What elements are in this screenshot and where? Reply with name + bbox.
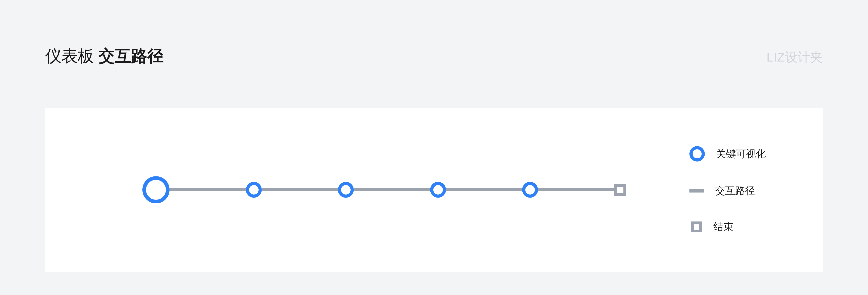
connector-line: [262, 188, 338, 191]
mid-node-icon: [522, 182, 538, 198]
header: 仪表板 交互路径 LIZ设计夹: [45, 45, 823, 67]
legend-label: 关键可视化: [716, 147, 766, 160]
legend-item-path: 交互路径: [689, 184, 791, 198]
diagram-card: 关键可视化 交互路径 结束: [45, 108, 823, 272]
line-icon: [689, 189, 704, 193]
connector-line: [169, 188, 246, 191]
start-node-icon: [143, 176, 169, 203]
connector-line: [446, 188, 522, 191]
mid-node-icon: [246, 182, 262, 198]
legend-item-key-viz: 关键可视化: [689, 146, 791, 161]
legend: 关键可视化 交互路径 结束: [689, 146, 791, 233]
circle-icon: [689, 146, 705, 161]
square-icon: [691, 222, 702, 232]
page-container: 仪表板 交互路径 LIZ设计夹 关键可视化 交互路径: [0, 0, 868, 295]
end-node-icon: [614, 184, 626, 196]
title-group: 仪表板 交互路径: [45, 45, 164, 67]
mid-node-icon: [338, 182, 354, 198]
title-prefix: 仪表板: [45, 45, 94, 67]
connector-line: [538, 188, 614, 191]
legend-item-end: 结束: [689, 220, 791, 233]
mid-node-icon: [430, 182, 446, 198]
page-title: 交互路径: [98, 45, 164, 67]
legend-label: 交互路径: [715, 184, 755, 198]
connector-line: [354, 188, 430, 191]
legend-label: 结束: [713, 220, 733, 233]
path-diagram: [143, 176, 626, 203]
watermark: LIZ设计夹: [767, 49, 823, 66]
